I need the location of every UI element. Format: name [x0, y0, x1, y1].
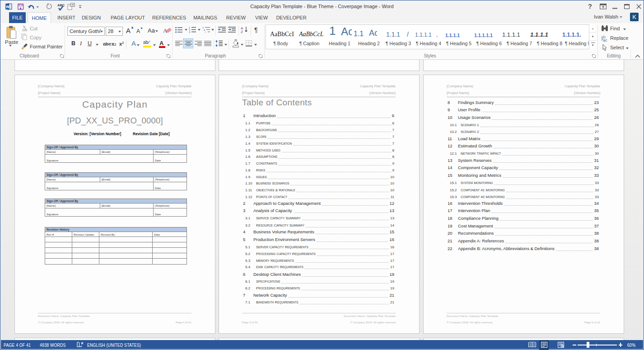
svg-text:Z: Z [241, 30, 243, 33]
svg-text:ac: ac [603, 38, 607, 42]
svg-text:3: 3 [189, 31, 190, 33]
svg-text:i: i [205, 31, 205, 33]
